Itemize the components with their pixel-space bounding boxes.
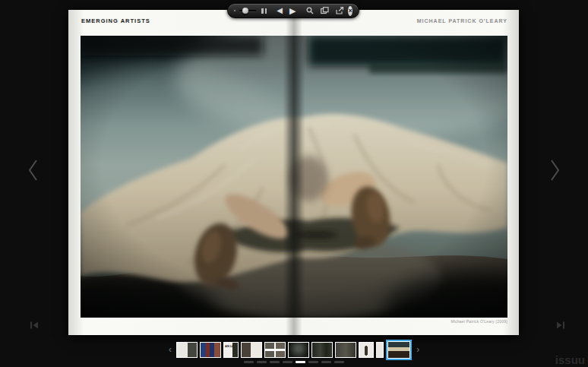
page-thumbnail[interactable] bbox=[176, 342, 198, 358]
zoom-slider[interactable] bbox=[239, 8, 256, 14]
page-progress-dash bbox=[296, 361, 305, 363]
page-progress-dash bbox=[308, 361, 318, 363]
previous-page-button[interactable]: ◀ bbox=[277, 4, 283, 17]
zoom-out-icon[interactable] bbox=[234, 10, 236, 11]
page-progress-dash bbox=[270, 361, 280, 363]
page-thumbnail-image bbox=[336, 343, 356, 357]
page-thumbnail[interactable] bbox=[376, 342, 384, 358]
photo-caption: Michael Patrick O'Leary (2009) bbox=[451, 319, 507, 324]
zoom-slider-knob[interactable] bbox=[242, 8, 248, 14]
page-thumbnail[interactable] bbox=[335, 342, 356, 358]
issuu-logo: issuu bbox=[555, 353, 585, 366]
right-page-header: MICHAEL PATRICK O'LEARY bbox=[417, 18, 507, 24]
page-thumbnail-image bbox=[242, 343, 261, 357]
page-thumbnail-image bbox=[289, 343, 308, 357]
skip-to-first-icon[interactable] bbox=[29, 318, 40, 326]
page-thumbnail-image bbox=[201, 343, 220, 357]
play-button[interactable]: ▶ bbox=[289, 4, 296, 17]
previous-spread-arrow[interactable] bbox=[25, 157, 42, 184]
page-thumbnail[interactable] bbox=[200, 342, 221, 358]
page-progress-dash bbox=[321, 361, 331, 363]
next-spread-arrow[interactable] bbox=[546, 157, 563, 184]
viewer-stage: EMERGING ARTISTS MICHAEL PATRICK O'LEARY bbox=[0, 0, 588, 367]
viewer-toolbar: ◀ ▶ × bbox=[227, 3, 359, 18]
page-progress-dash bbox=[257, 361, 267, 363]
thumbnail-strip: ‹ AN LE › bbox=[0, 338, 588, 361]
page-progress-dash bbox=[244, 361, 254, 363]
page-thumbnail-image bbox=[265, 343, 285, 357]
page-progress-dash bbox=[334, 361, 344, 363]
magazine-spread: EMERGING ARTISTS MICHAEL PATRICK O'LEARY bbox=[68, 10, 519, 335]
page-thumbnail-image bbox=[177, 343, 197, 357]
skip-to-last-icon[interactable] bbox=[555, 318, 566, 326]
thumbnails-scroll-left-icon[interactable]: ‹ bbox=[166, 340, 174, 359]
page-progress-dash bbox=[283, 361, 292, 363]
thumbnail-strip-items: AN LE bbox=[176, 340, 412, 360]
page-thumbnail-selected[interactable] bbox=[386, 340, 412, 360]
page-thumbnail[interactable] bbox=[288, 342, 309, 358]
page-thumbnail[interactable] bbox=[311, 342, 333, 358]
page-thumbnail-image bbox=[377, 343, 383, 357]
page-thumbnail-image bbox=[359, 343, 373, 357]
page-thumbnail[interactable] bbox=[359, 342, 374, 358]
left-page-header: EMERGING ARTISTS bbox=[81, 17, 150, 24]
spread-photo[interactable] bbox=[81, 36, 507, 318]
close-button[interactable]: × bbox=[348, 6, 352, 16]
share-icon[interactable] bbox=[336, 7, 344, 14]
thumbnails-scroll-right-icon[interactable]: › bbox=[414, 340, 422, 359]
pause-icon[interactable] bbox=[261, 8, 267, 14]
page-thumbnail-image bbox=[312, 343, 332, 357]
page-thumbnail[interactable] bbox=[241, 342, 262, 358]
page-thumbnail-image: AN LE bbox=[224, 343, 238, 357]
pagination bbox=[0, 361, 588, 363]
page-thumbnail[interactable] bbox=[264, 342, 286, 358]
page-thumbnail[interactable]: AN LE bbox=[223, 342, 239, 358]
photo-illustration bbox=[81, 36, 507, 318]
thumbnail-label: AN LE bbox=[225, 344, 234, 348]
search-icon[interactable] bbox=[306, 7, 314, 14]
page-thumbnail-image bbox=[388, 342, 409, 358]
pages-overview-icon[interactable] bbox=[321, 7, 329, 14]
